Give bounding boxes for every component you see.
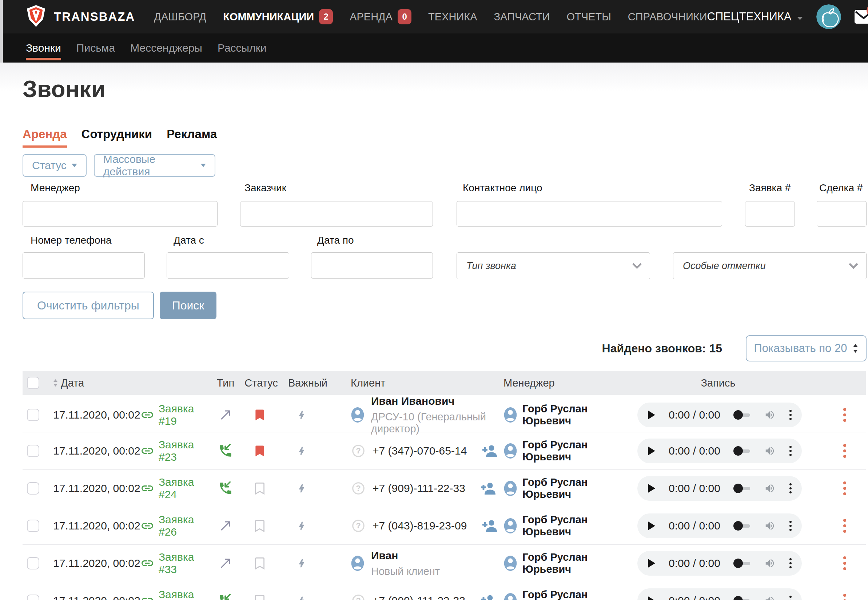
volume-icon[interactable] bbox=[763, 483, 776, 494]
request-link[interactable]: Заявка #19 bbox=[159, 403, 209, 427]
bookmark-icon[interactable] bbox=[254, 482, 265, 495]
topbar-nav-item-1[interactable]: ДАШБОРД bbox=[154, 11, 206, 23]
request-number-field[interactable] bbox=[745, 201, 795, 227]
special-marks-select[interactable]: Особые отметки bbox=[673, 252, 866, 279]
row-actions-button[interactable] bbox=[843, 519, 846, 533]
add-contact-button[interactable] bbox=[482, 519, 497, 533]
slider-handle[interactable] bbox=[733, 521, 743, 530]
bookmark-icon[interactable] bbox=[254, 519, 265, 532]
row-actions-button[interactable] bbox=[843, 482, 846, 495]
seek-slider[interactable] bbox=[733, 559, 750, 568]
important-icon[interactable] bbox=[296, 408, 307, 422]
request-link[interactable]: Заявка #23 bbox=[159, 439, 209, 463]
volume-icon[interactable] bbox=[763, 409, 776, 420]
slider-handle[interactable] bbox=[733, 446, 743, 456]
topbar-nav-item-4[interactable]: ТЕХНИКА bbox=[428, 11, 477, 23]
important-icon[interactable] bbox=[296, 444, 307, 458]
topbar-nav-item-2[interactable]: КОММУНИКАЦИИ2 bbox=[223, 9, 333, 24]
subnav-item-2[interactable]: Письма bbox=[76, 33, 115, 62]
row-checkbox[interactable] bbox=[27, 557, 39, 570]
bookmark-icon[interactable] bbox=[254, 557, 265, 570]
play-button[interactable] bbox=[648, 483, 656, 493]
phone-field[interactable] bbox=[23, 252, 145, 279]
bookmark-icon[interactable] bbox=[254, 444, 265, 458]
request-link[interactable]: Заявка #33 bbox=[159, 551, 209, 576]
account-menu[interactable]: СПЕЦТЕХНИКА bbox=[707, 10, 803, 23]
subnav-item-1[interactable]: Звонки bbox=[26, 33, 61, 62]
status-dropdown-button[interactable]: Статус bbox=[23, 154, 86, 177]
slider-handle[interactable] bbox=[733, 410, 743, 420]
seek-slider[interactable] bbox=[733, 521, 750, 530]
tab-1[interactable]: Аренда bbox=[23, 127, 67, 148]
deal-number-field[interactable] bbox=[817, 201, 866, 227]
client-name[interactable]: Иван Иванович bbox=[371, 395, 500, 407]
topbar-nav-item-5[interactable]: ЗАПЧАСТИ bbox=[494, 11, 550, 23]
select-all-checkbox[interactable] bbox=[27, 377, 39, 389]
slider-handle[interactable] bbox=[733, 483, 743, 493]
row-actions-button[interactable] bbox=[843, 556, 846, 570]
request-link[interactable]: Заявка #26 bbox=[159, 514, 209, 538]
row-checkbox[interactable] bbox=[27, 409, 39, 421]
volume-icon[interactable] bbox=[763, 558, 776, 569]
player-menu-button[interactable] bbox=[789, 558, 792, 568]
play-button[interactable] bbox=[648, 596, 656, 600]
row-checkbox[interactable] bbox=[27, 482, 39, 494]
bookmark-icon[interactable] bbox=[254, 408, 265, 421]
request-link[interactable]: Заявка #35 bbox=[159, 588, 209, 600]
tab-2[interactable]: Сотрудники bbox=[82, 127, 152, 148]
important-icon[interactable] bbox=[296, 482, 307, 495]
date-to-field[interactable] bbox=[311, 252, 433, 279]
manager-field[interactable] bbox=[23, 201, 217, 227]
add-contact-button[interactable] bbox=[481, 482, 496, 495]
seek-slider[interactable] bbox=[733, 446, 750, 456]
tab-3[interactable]: Реклама bbox=[167, 127, 217, 148]
important-icon[interactable] bbox=[296, 556, 307, 570]
subnav-item-4[interactable]: Рассылки bbox=[217, 33, 267, 62]
slider-handle[interactable] bbox=[733, 559, 743, 568]
seek-slider[interactable] bbox=[733, 483, 750, 493]
column-important[interactable]: Важный bbox=[278, 377, 325, 389]
customer-field[interactable] bbox=[240, 201, 433, 227]
seek-slider[interactable] bbox=[733, 410, 750, 420]
play-button[interactable] bbox=[648, 559, 656, 568]
player-menu-button[interactable] bbox=[789, 483, 792, 494]
row-actions-button[interactable] bbox=[843, 594, 846, 600]
player-menu-button[interactable] bbox=[789, 595, 792, 600]
clear-filters-button[interactable]: Очистить фильтры bbox=[23, 292, 154, 319]
date-from-field[interactable] bbox=[167, 252, 289, 279]
per-page-select[interactable]: Показывать по 20 bbox=[746, 335, 866, 361]
search-button[interactable]: Поиск bbox=[160, 292, 217, 319]
volume-icon[interactable] bbox=[763, 445, 776, 456]
player-menu-button[interactable] bbox=[789, 410, 792, 420]
request-link[interactable]: Заявка #24 bbox=[159, 476, 209, 501]
mail-button[interactable]: 0 bbox=[854, 9, 868, 24]
seek-slider[interactable] bbox=[733, 596, 750, 600]
brand[interactable]: TRANSBAZA bbox=[26, 5, 135, 29]
topbar-nav-item-6[interactable]: ОТЧЕТЫ bbox=[566, 11, 611, 23]
important-icon[interactable] bbox=[296, 594, 307, 600]
bookmark-icon[interactable] bbox=[254, 594, 265, 600]
slider-handle[interactable] bbox=[733, 596, 743, 600]
play-button[interactable] bbox=[648, 410, 656, 420]
row-checkbox[interactable] bbox=[27, 445, 39, 457]
row-actions-button[interactable] bbox=[843, 444, 846, 458]
row-checkbox[interactable] bbox=[27, 520, 39, 532]
row-checkbox[interactable] bbox=[27, 594, 39, 600]
row-actions-button[interactable] bbox=[843, 408, 846, 422]
client-name[interactable]: Иван bbox=[371, 550, 440, 562]
add-contact-button[interactable] bbox=[482, 444, 497, 458]
column-status[interactable]: Статус bbox=[241, 377, 278, 389]
volume-icon[interactable] bbox=[763, 520, 776, 531]
player-menu-button[interactable] bbox=[789, 446, 792, 456]
column-date[interactable]: Дата bbox=[53, 377, 140, 389]
topbar-nav-item-3[interactable]: АРЕНДА0 bbox=[350, 9, 411, 24]
important-icon[interactable] bbox=[296, 519, 307, 533]
bulk-actions-dropdown-button[interactable]: Массовые действия bbox=[94, 154, 215, 177]
player-menu-button[interactable] bbox=[789, 521, 792, 531]
play-button[interactable] bbox=[648, 521, 656, 530]
add-contact-button[interactable] bbox=[481, 594, 496, 600]
topbar-nav-item-7[interactable]: СПРАВОЧНИКИ bbox=[628, 11, 707, 23]
play-button[interactable] bbox=[648, 446, 656, 456]
contact-field[interactable] bbox=[457, 201, 722, 227]
call-type-select[interactable]: Тип звонка bbox=[457, 252, 650, 279]
